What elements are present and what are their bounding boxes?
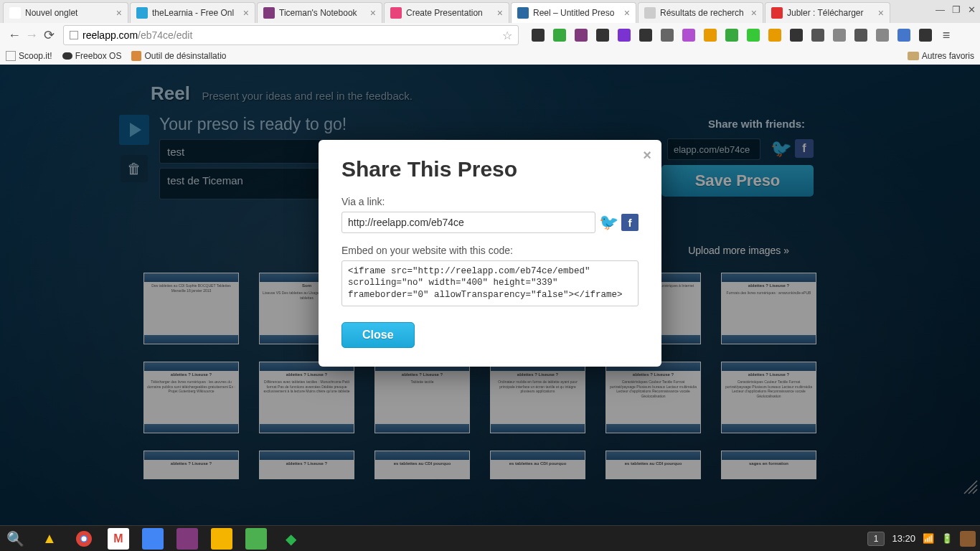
share-link-input[interactable] (341, 212, 595, 233)
tab-favicon (136, 7, 148, 19)
extension-icon[interactable] (704, 29, 717, 42)
window-minimize[interactable]: — (936, 4, 945, 15)
extensions (532, 29, 932, 42)
tab-favicon (390, 7, 402, 19)
extension-icon[interactable] (768, 29, 781, 42)
scroll-indicator-icon (963, 479, 979, 495)
clock: 13:20 (892, 533, 915, 544)
bookmark-scoopit[interactable]: Scoop.it! (6, 51, 52, 61)
taskbar: 🔍 ▲ M ◆ 1 13:20 📶 🔋 (0, 525, 980, 551)
browser-chrome: — ❐ ✕ Nouvel onglet×theLearnia - Free On… (0, 0, 980, 65)
browser-tab[interactable]: Jubler : Télécharger× (765, 2, 890, 23)
tab-title: Jubler : Télécharger (787, 8, 874, 18)
bookmark-bar: Scoop.it! Freebox OS Outil de désinstall… (0, 47, 980, 65)
extension-icon[interactable] (575, 29, 588, 42)
svg-point-2 (82, 536, 87, 541)
extension-icon[interactable] (919, 29, 932, 42)
url-bar[interactable]: reelapp.com/eb74ce/edit ☆ (63, 25, 519, 45)
extension-icon[interactable] (833, 29, 846, 42)
workspace-indicator[interactable]: 1 (867, 532, 885, 546)
embed-label: Embed on your website with this code: (341, 245, 639, 256)
bookmark-uninstall[interactable]: Outil de désinstallatio (131, 51, 226, 61)
window-maximize[interactable]: ❐ (952, 4, 961, 15)
extension-icon[interactable] (618, 29, 631, 42)
docs-icon[interactable] (142, 528, 164, 550)
tab-title: theLearnia - Free Onl (152, 8, 239, 18)
browser-tab[interactable]: Create Presentation× (384, 2, 509, 23)
battery-icon[interactable]: 🔋 (941, 533, 953, 544)
onenote-icon[interactable] (176, 528, 198, 550)
tab-strip: Nouvel onglet×theLearnia - Free Onl×Tice… (0, 0, 980, 23)
modal-title: Share This Preso (341, 157, 639, 182)
nav-bar: ← → ⟳ reelapp.com/eb74ce/edit ☆ ≡ (0, 23, 980, 47)
browser-tab[interactable]: Résultats de recherch× (638, 2, 763, 23)
extension-icon[interactable] (532, 29, 545, 42)
extension-icon[interactable] (553, 29, 566, 42)
tab-favicon (263, 7, 275, 19)
extension-icon[interactable] (596, 29, 609, 42)
embed-code-textarea[interactable]: <iframe src="http://reelapp.com/eb74ce/e… (341, 260, 639, 306)
tab-close-icon[interactable]: × (116, 7, 122, 19)
tab-title: Reel – Untitled Preso (533, 8, 620, 18)
browser-tab[interactable]: Nouvel onglet× (3, 2, 128, 23)
modal-facebook-icon[interactable]: f (621, 214, 639, 231)
tab-close-icon[interactable]: × (243, 7, 249, 19)
browser-tab[interactable]: Ticeman's Notebook× (257, 2, 382, 23)
tab-close-icon[interactable]: × (878, 7, 884, 19)
tray-app-icon[interactable] (960, 531, 976, 547)
modal-twitter-icon[interactable]: 🐦 (600, 214, 617, 231)
tab-close-icon[interactable]: × (751, 7, 757, 19)
bookmark-freebox[interactable]: Freebox OS (62, 51, 122, 61)
tab-close-icon[interactable]: × (497, 7, 503, 19)
nav-forward[interactable]: → (23, 27, 40, 44)
tab-close-icon[interactable]: × (370, 7, 376, 19)
extension-icon[interactable] (661, 29, 674, 42)
bookmark-other[interactable]: Autres favoris (908, 51, 974, 61)
extension-icon[interactable] (876, 29, 889, 42)
extension-icon[interactable] (639, 29, 652, 42)
search-icon[interactable]: 🔍 (4, 528, 26, 550)
tab-close-icon[interactable]: × (624, 7, 630, 19)
window-controls: — ❐ ✕ (936, 4, 976, 15)
tab-favicon (9, 7, 21, 19)
tab-title: Create Presentation (406, 8, 493, 18)
extension-icon[interactable] (790, 29, 803, 42)
browser-tab[interactable]: theLearnia - Free Onl× (130, 2, 255, 23)
via-link-label: Via a link: (341, 196, 639, 207)
share-modal: × Share This Preso Via a link: 🐦 f Embed… (319, 140, 661, 367)
tab-title: Ticeman's Notebook (279, 8, 366, 18)
chrome-icon[interactable] (73, 528, 95, 550)
slides-icon[interactable] (211, 528, 232, 550)
tab-title: Nouvel onglet (25, 8, 112, 18)
modal-close-button[interactable]: Close (341, 322, 415, 348)
gmail-icon[interactable]: M (108, 528, 129, 550)
wifi-icon[interactable]: 📶 (923, 533, 934, 544)
extension-icon[interactable] (897, 29, 910, 42)
extension-icon[interactable] (725, 29, 738, 42)
app-green-icon[interactable] (245, 528, 267, 550)
extension-icon[interactable] (854, 29, 867, 42)
window-close[interactable]: ✕ (968, 4, 976, 15)
nav-back[interactable]: ← (6, 27, 23, 44)
browser-menu-icon[interactable]: ≡ (938, 27, 955, 44)
browser-tab[interactable]: Reel – Untitled Preso× (511, 2, 636, 23)
feedly-icon[interactable]: ◆ (280, 528, 301, 550)
bookmark-star-icon[interactable]: ☆ (502, 29, 512, 42)
tab-favicon (771, 7, 783, 19)
extension-icon[interactable] (811, 29, 824, 42)
system-tray: 1 13:20 📶 🔋 (867, 531, 976, 547)
url-text: reelapp.com/eb74ce/edit (83, 29, 502, 41)
tab-favicon (644, 7, 656, 19)
tab-title: Résultats de recherch (660, 8, 747, 18)
extension-icon[interactable] (682, 29, 695, 42)
drive-icon[interactable]: ▲ (39, 528, 60, 550)
page-icon (70, 31, 78, 39)
modal-close-x[interactable]: × (643, 147, 651, 164)
page-content: Reel Present your ideas and reel in the … (0, 65, 980, 525)
extension-icon[interactable] (747, 29, 760, 42)
tab-favicon (517, 7, 529, 19)
nav-reload[interactable]: ⟳ (40, 27, 57, 44)
